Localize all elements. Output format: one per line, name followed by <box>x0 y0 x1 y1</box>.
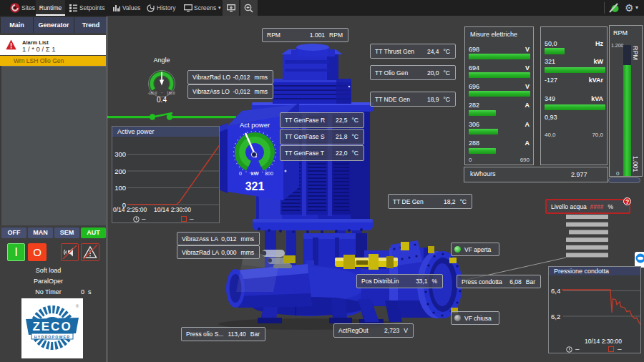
svg-text:100: 100 <box>114 184 126 192</box>
svg-text:-: - <box>161 91 162 94</box>
svg-text:-180.0: -180.0 <box>148 92 157 95</box>
svg-text:6,4: 6,4 <box>551 287 560 295</box>
svg-text:6,2: 6,2 <box>551 313 560 321</box>
svg-text:HYDROPOWER: HYDROPOWER <box>34 335 70 339</box>
svg-text:321: 321 <box>245 180 265 192</box>
svg-text:kW: kW <box>251 171 259 176</box>
svg-text:®: ® <box>76 304 79 308</box>
svg-text:800: 800 <box>265 171 273 176</box>
svg-text:180.0: 180.0 <box>167 92 175 95</box>
svg-text:300: 300 <box>114 150 126 158</box>
svg-text:Act power: Act power <box>240 121 270 129</box>
svg-text:ZECO: ZECO <box>32 320 72 333</box>
svg-text:200: 200 <box>114 167 126 175</box>
svg-text:0: 0 <box>239 171 242 176</box>
